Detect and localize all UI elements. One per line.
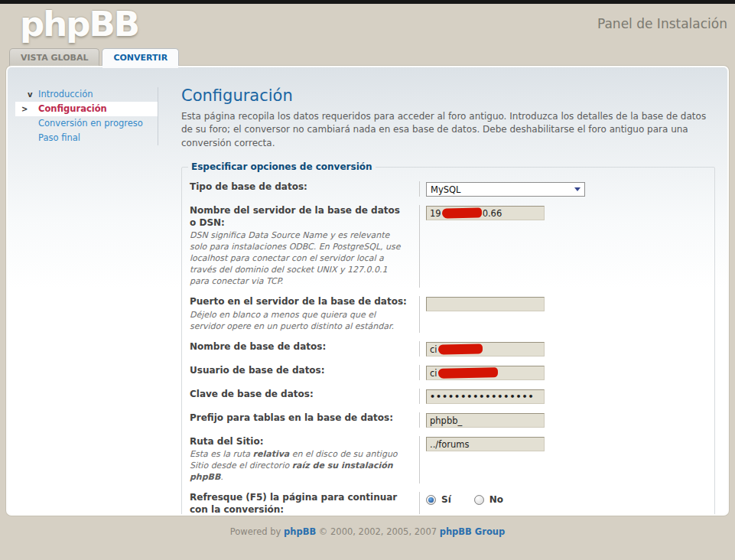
red-scribble-redaction <box>437 367 497 379</box>
form-row-db-port: Puerto en el servidor de la base de dato… <box>190 296 714 333</box>
db-server-input[interactable]: 190.66 <box>426 206 545 220</box>
site-path-label: Ruta del Sitio: <box>190 436 408 448</box>
field-label-wrap: Prefijo para tablas en la base de datos: <box>190 412 419 428</box>
form-row-refresh: Refresque (F5) la página para continuar … <box>190 492 714 516</box>
field-value-wrap: MySQL <box>419 181 714 197</box>
sidebar-item-conversion-en-progreso[interactable]: Conversión en progreso <box>15 116 158 131</box>
field-label-wrap: Clave de base de datos: <box>190 389 419 404</box>
db-server-value-prefix: 19 <box>430 208 441 219</box>
field-label-wrap: Ruta del Sitio: Esta es la ruta relativa… <box>190 436 419 483</box>
page-title: Configuración <box>181 86 717 105</box>
field-label-wrap: Puerto en el servidor de la base de dato… <box>190 296 419 333</box>
db-type-select[interactable]: MySQL <box>426 182 585 197</box>
radio-si-label: Sí <box>441 494 451 505</box>
table-prefix-label: Prefijo para tablas en la base de datos: <box>190 412 408 425</box>
field-value-wrap: 190.66 <box>419 205 714 288</box>
db-type-label: Tipo de base de datos: <box>190 181 408 194</box>
db-user-value-prefix: ci <box>430 368 437 379</box>
field-value-wrap: Sí No <box>419 492 714 516</box>
field-value-wrap: ••••••••••••••••• <box>419 389 714 404</box>
db-type-selected-value: MySQL <box>431 184 461 195</box>
footer-phpbb-link[interactable]: phpBB <box>284 526 316 537</box>
form-row-db-server: Nombre del servidor de la base de datos … <box>190 205 714 288</box>
conversion-options-fieldset: Especificar opciones de conversión Tipo … <box>181 161 715 516</box>
sidebar-item-introduccion[interactable]: v Introducción <box>15 87 158 102</box>
footer-phpbb-group-link[interactable]: phpBB Group <box>440 526 506 537</box>
field-label-wrap: Usuario de base de datos: <box>190 365 419 380</box>
refresh-label: Refresque (F5) la página para continuar … <box>190 492 408 516</box>
radio-no-label: No <box>489 494 503 505</box>
tab-convertir[interactable]: CONVERTIR <box>102 48 179 66</box>
footer-powered-text: Powered by <box>230 526 281 537</box>
footer-copyright-text: © 2000, 2002, 2005, 2007 <box>319 526 437 537</box>
db-password-label: Clave de base de datos: <box>190 389 408 401</box>
field-label-wrap: Nombre del servidor de la base de datos … <box>190 205 419 288</box>
radio-option-no[interactable]: No <box>474 494 503 505</box>
db-port-label: Puerto en el servidor de la base de dato… <box>190 296 408 308</box>
db-name-input[interactable]: ci <box>426 342 545 357</box>
field-value-wrap: ci <box>419 341 714 357</box>
field-value-wrap: phpbb_ <box>419 412 714 428</box>
site-path-input[interactable]: ../forums <box>426 437 545 451</box>
tab-bar: VISTA GLOBAL CONVERTIR <box>9 48 735 66</box>
header: phpBB Panel de Instalación <box>0 4 735 48</box>
sidebar-link-introduccion[interactable]: Introducción <box>38 89 93 99</box>
site-path-note: Esta es la ruta relativa en el disco de … <box>190 449 408 483</box>
db-user-label: Usuario de base de datos: <box>190 365 408 377</box>
field-label-wrap: Nombre de base de datos: <box>190 341 419 357</box>
db-server-value-suffix: 0.66 <box>483 208 502 219</box>
db-user-input[interactable]: ci <box>426 366 545 380</box>
note-text: . <box>220 472 223 482</box>
active-arrow-icon: > <box>21 104 28 115</box>
sidebar-item-paso-final[interactable]: Paso final <box>15 131 158 145</box>
form-row-db-user: Usuario de base de datos: ci <box>190 365 714 380</box>
db-port-note: Déjelo en blanco a menos que quiera que … <box>190 310 408 333</box>
db-name-value-prefix: ci <box>430 344 437 355</box>
form-row-site-path: Ruta del Sitio: Esta es la ruta relativa… <box>190 436 714 483</box>
red-scribble-redaction <box>437 343 482 354</box>
form-row-db-name: Nombre de base de datos: ci <box>190 341 714 357</box>
note-text: Esta es la ruta <box>190 449 253 459</box>
fieldset-legend: Especificar opciones de conversión <box>188 161 376 172</box>
red-scribble-redaction <box>442 208 482 219</box>
field-value-wrap <box>419 296 714 333</box>
sidebar-link-conversion-en-progreso[interactable]: Conversión en progreso <box>38 118 143 129</box>
panel-title: Panel de Instalación <box>597 16 727 31</box>
note-bold: relativa <box>253 449 290 459</box>
radio-selected-icon[interactable] <box>426 495 436 505</box>
sidebar-link-configuracion[interactable]: Configuración <box>38 103 107 114</box>
sidebar-nav: v Introducción > Configuración Conversió… <box>15 87 158 145</box>
db-name-label: Nombre de base de datos: <box>190 341 408 353</box>
main-panel: v Introducción > Configuración Conversió… <box>6 66 729 516</box>
db-server-note: DSN significa Data Source Name y es rele… <box>190 230 408 288</box>
radio-unselected-icon[interactable] <box>474 495 484 505</box>
field-label-wrap: Tipo de base de datos: <box>190 181 419 197</box>
db-port-input[interactable] <box>426 297 545 311</box>
db-server-label: Nombre del servidor de la base de datos … <box>190 205 408 229</box>
field-value-wrap: ci <box>419 365 714 380</box>
form-row-db-type: Tipo de base de datos: MySQL <box>190 181 714 197</box>
done-arrow-icon: v <box>28 90 33 100</box>
form-row-db-password: Clave de base de datos: ••••••••••••••••… <box>190 389 714 404</box>
field-value-wrap: ../forums <box>419 436 714 483</box>
sidebar-item-configuracion[interactable]: > Configuración <box>15 102 158 116</box>
footer: Powered by phpBB © 2000, 2002, 2005, 200… <box>0 516 735 537</box>
dropdown-arrow-icon <box>574 187 581 191</box>
sidebar: v Introducción > Configuración Conversió… <box>8 67 158 514</box>
radio-option-si[interactable]: Sí <box>426 494 451 505</box>
table-prefix-input[interactable]: phpbb_ <box>426 413 545 428</box>
refresh-radio-group: Sí No <box>426 493 714 505</box>
content-area: Configuración Esta página recopila los d… <box>158 67 727 514</box>
field-label-wrap: Refresque (F5) la página para continuar … <box>190 492 419 516</box>
form-row-table-prefix: Prefijo para tablas en la base de datos:… <box>190 412 714 428</box>
db-password-input[interactable]: ••••••••••••••••• <box>426 389 545 404</box>
page-intro: Esta página recopila los datos requerido… <box>181 110 717 150</box>
sidebar-link-paso-final[interactable]: Paso final <box>38 132 80 143</box>
tab-vista-global[interactable]: VISTA GLOBAL <box>9 48 99 66</box>
phpbb-logo: phpBB <box>20 4 138 44</box>
